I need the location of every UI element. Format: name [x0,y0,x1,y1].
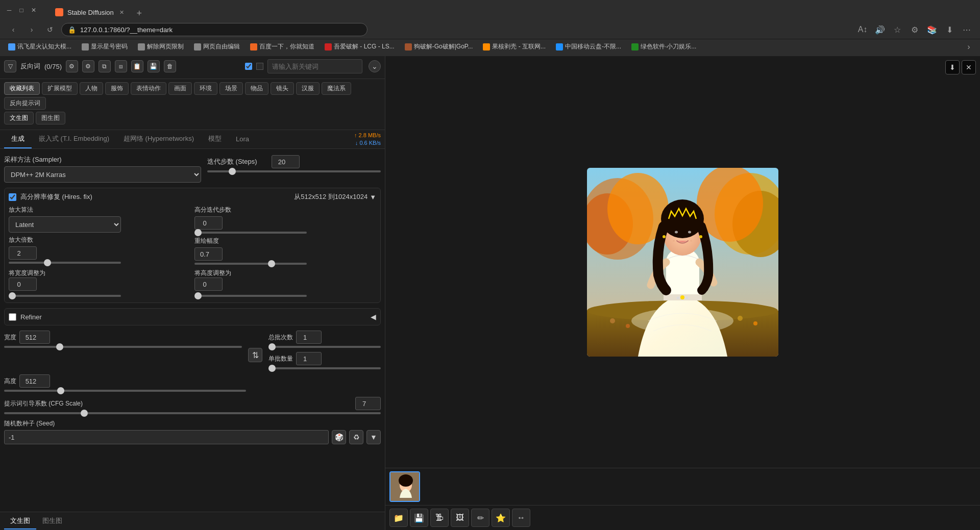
tab-img2img[interactable]: 图生图 [36,513,68,529]
hires-scale-value[interactable] [9,246,37,260]
bookmark-6[interactable]: 吾爱破解 - LCG - LS... [321,41,399,52]
new-tab-button[interactable]: + [132,6,146,20]
tag-favorites[interactable]: 收藏列表 [4,82,40,95]
hires-steps-slider[interactable] [194,232,307,234]
steps-value[interactable]: 20 [272,155,300,168]
address-box[interactable]: 🔒 127.0.0.1:7860/?__theme=dark [61,23,368,36]
width-slider[interactable] [4,346,242,348]
favorites-button[interactable]: ☆ [890,22,904,37]
tab-lora[interactable]: Lora [229,131,256,148]
back-button[interactable]: ‹ [6,22,20,37]
minimize-button[interactable]: ─ [4,5,14,15]
sampler-select[interactable]: DPM++ 2M Karras Euler a Euler [4,166,201,183]
read-aloud-button[interactable]: 🔊 [873,22,887,37]
tab-generate[interactable]: 生成 [4,130,32,148]
thumbnail-1[interactable] [389,471,420,502]
open-folder-button[interactable]: 📁 [389,509,408,527]
image-close-button[interactable]: ✕ [962,60,976,74]
hires-denoising-value[interactable] [194,247,223,261]
hires-denoising-slider[interactable] [194,263,307,265]
collections-button[interactable]: 📚 [925,22,939,37]
neg-keyword-input[interactable] [267,59,362,73]
height-slider[interactable] [4,390,246,392]
active-tab[interactable]: Stable Diffusion ✕ [49,4,132,20]
neg-collapse-button[interactable]: ▽ [4,60,16,72]
send-to-extras-button[interactable]: ⭐ [492,509,510,527]
bookmark-4[interactable]: 网页自由编辑 [190,41,244,52]
cfg-slider[interactable] [4,412,381,414]
maximize-button[interactable]: □ [16,5,27,15]
steps-slider[interactable] [207,170,381,172]
bookmark-1[interactable]: 讯飞星火认知大模... [4,41,76,52]
tag-txt2img[interactable]: 文生图 [4,112,34,124]
more-button[interactable]: ⋯ [960,22,974,37]
tag-person[interactable]: 人物 [80,82,103,95]
bookmarks-more-button[interactable]: › [962,40,976,54]
seed-input[interactable] [4,430,329,444]
bookmark-3[interactable]: 解除网页限制 [134,41,188,52]
tab-models[interactable]: 模型 [201,130,229,148]
flip-button[interactable]: ↔ [512,509,530,527]
tag-scene[interactable]: 画面 [168,82,192,95]
neg-paste-button[interactable]: ⧇ [115,60,127,72]
zip-button[interactable]: 🗜 [430,509,449,527]
tab-embedding[interactable]: 嵌入式 (T.I. Embedding) [32,130,116,148]
hires-width-slider[interactable] [9,295,121,297]
hires-height-value[interactable] [194,277,223,291]
bookmark-5[interactable]: 百度一下，你就知道 [246,41,318,52]
hires-upscaler-select[interactable]: Latent [9,216,121,233]
save-image-button[interactable]: 💾 [410,509,428,527]
bookmark-7[interactable]: 狗破解-Go破解|GoP... [401,41,477,52]
forward-button[interactable]: › [24,22,39,37]
tag-lens[interactable]: 镜头 [271,82,294,95]
tag-items[interactable]: 物品 [245,82,268,95]
send-to-inpaint-button[interactable]: ✏ [471,509,489,527]
hires-scale-slider[interactable] [9,262,121,264]
browser-tools-button[interactable]: ⚙ [908,22,922,37]
seed-recycle-button[interactable]: ♻ [349,430,363,444]
bookmark-9[interactable]: 中国移动云盘-不限... [552,41,625,52]
swap-width-height-button[interactable]: ⇅ [248,348,262,362]
tab-hypernetworks[interactable]: 超网络 (Hypernetworks) [116,130,201,148]
height-value[interactable] [19,374,50,388]
neg-copy-button[interactable]: ⧉ [99,60,111,72]
hires-res-dropdown-icon[interactable]: ▼ [370,193,376,201]
seed-dice-button[interactable]: 🎲 [332,430,346,444]
tab-close-button[interactable]: ✕ [118,8,126,16]
batch-count-slider[interactable] [268,346,381,348]
neg-load-button[interactable]: 📋 [131,60,143,72]
tag-hanfu[interactable]: 汉服 [296,82,320,95]
close-button[interactable]: ✕ [29,5,39,15]
hires-steps-value[interactable] [194,216,223,230]
neg-expand-button[interactable]: ⌄ [369,60,381,72]
neg-delete-button[interactable]: 🗑 [164,60,176,72]
tab-txt2img[interactable]: 文生图 [4,513,36,529]
batch-size-slider[interactable] [268,367,381,369]
hires-checkbox[interactable] [9,193,16,201]
hires-width-value[interactable] [9,277,37,291]
tag-magic[interactable]: 魔法系 [322,82,351,95]
tag-ext-models[interactable]: 扩展模型 [42,82,78,95]
bookmark-2[interactable]: 显示星号密码 [78,41,132,52]
tag-clothing[interactable]: 服饰 [105,82,129,95]
translate-button[interactable]: A↕ [855,22,870,37]
neg-settings-button[interactable]: ⚙ [66,60,78,72]
image-download-button[interactable]: ⬇ [945,60,960,74]
cfg-value[interactable] [355,397,381,410]
refiner-arrow-icon[interactable]: ◀ [371,313,376,321]
neg-option-box[interactable] [256,63,263,70]
neg-save-button[interactable]: 💾 [148,60,160,72]
neg-checkbox[interactable] [245,63,252,70]
width-value[interactable] [19,331,50,344]
hires-height-slider[interactable] [194,295,307,297]
neg-config-button[interactable]: ⚙ [82,60,94,72]
batch-count-value[interactable] [296,331,322,344]
tag-neg-prompt[interactable]: 反向提示词 [4,97,46,110]
download-button[interactable]: ⬇ [942,22,957,37]
send-to-img2img-button[interactable]: 🖼 [451,509,469,527]
bookmark-10[interactable]: 绿色软件·小刀娱乐... [627,41,700,52]
tag-location[interactable]: 场景 [219,82,243,95]
bookmark-8[interactable]: 果核剥壳 - 互联网... [479,41,550,52]
tag-img2img[interactable]: 图生图 [36,112,65,124]
seed-dropdown-button[interactable]: ▼ [366,430,381,444]
